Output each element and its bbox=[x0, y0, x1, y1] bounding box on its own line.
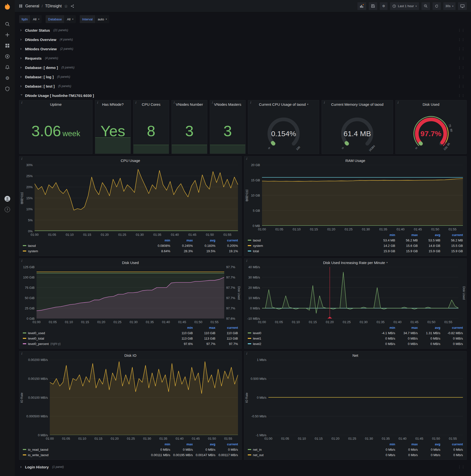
alerting-bell-icon[interactable] bbox=[0, 62, 15, 73]
panel-info-icon[interactable]: i bbox=[97, 101, 98, 104]
explore-compass-icon[interactable] bbox=[0, 51, 15, 62]
search-icon[interactable] bbox=[0, 19, 15, 30]
row-drag-handle[interactable]: ⋮⋮ bbox=[458, 47, 465, 51]
panel-title[interactable]: Current Memory Usage of taosd bbox=[322, 100, 392, 108]
server-admin-shield-icon[interactable] bbox=[0, 84, 15, 94]
variable-fqdn[interactable]: fqdn All▾ bbox=[19, 15, 42, 23]
row-requests[interactable]: ›Requests(4 panels)⋮⋮ bbox=[19, 53, 467, 63]
legend-series-taosd[interactable]: taosd bbox=[23, 244, 148, 248]
row-drag-handle[interactable]: ⋮⋮ bbox=[458, 56, 465, 60]
legend-column-avg[interactable]: avg bbox=[418, 233, 440, 237]
row-login-history[interactable]: ›Login History(1 panel)⋮⋮ bbox=[19, 462, 467, 472]
legend-column-min[interactable]: min bbox=[373, 442, 395, 446]
variable-interval[interactable]: Interval auto▾ bbox=[80, 15, 109, 23]
legend-column-avg[interactable]: avg bbox=[193, 442, 215, 446]
row-database-demo[interactable]: ›Database: [ demo ](5 panels)⋮⋮ bbox=[19, 63, 467, 72]
row-database-log[interactable]: ›Database: [ log ](5 panels)⋮⋮ bbox=[19, 72, 467, 82]
row-dnodes-overview[interactable]: ›DNodes Overview(4 panels)⋮⋮ bbox=[19, 35, 467, 44]
plot-area[interactable] bbox=[34, 165, 238, 231]
row-drag-handle[interactable]: ⋮⋮ bbox=[458, 84, 465, 88]
panel-info-icon[interactable]: i bbox=[246, 259, 247, 263]
legend-series-io_read_taosd[interactable]: io_read_taosd bbox=[23, 448, 148, 451]
panel-info-icon[interactable]: i bbox=[21, 157, 22, 160]
legend-column-max[interactable]: max bbox=[193, 326, 215, 329]
grafana-logo[interactable] bbox=[3, 2, 12, 12]
create-icon[interactable] bbox=[0, 30, 15, 40]
panel-title[interactable]: Has MNode? bbox=[95, 100, 131, 108]
legend-series-net_out[interactable]: net_out bbox=[248, 453, 373, 457]
panel-info-icon[interactable]: i bbox=[135, 101, 136, 104]
row-drag-handle[interactable]: ⋮⋮ bbox=[458, 75, 465, 79]
plot-area[interactable] bbox=[36, 267, 224, 319]
legend-column-max[interactable]: max bbox=[395, 326, 418, 329]
panel-title[interactable]: Uptime bbox=[19, 100, 92, 108]
row-drag-handle[interactable]: ⋮⋮ bbox=[458, 465, 465, 469]
legend-series-level0_percent[interactable]: level0_percent(right-y) bbox=[23, 342, 170, 346]
row-mnodes-overview[interactable]: ›MNodes Overview(2 panels)⋮⋮ bbox=[19, 44, 467, 53]
panel-title[interactable]: Disk Used bbox=[19, 259, 241, 267]
panel-title[interactable]: Disk Used bbox=[396, 100, 466, 108]
row-database-test[interactable]: ›Database: [ test ](5 panels)⋮⋮ bbox=[19, 82, 467, 91]
legend-series-level2[interactable]: level2 bbox=[248, 342, 373, 346]
variable-value-dropdown[interactable]: All▾ bbox=[30, 15, 42, 23]
share-icon[interactable] bbox=[70, 4, 74, 8]
save-dashboard-button[interactable] bbox=[369, 2, 378, 10]
breadcrumb-dashboard[interactable]: TDinsight bbox=[45, 4, 62, 8]
legend-series-net_in[interactable]: net_in bbox=[248, 448, 373, 451]
panel-title[interactable]: Current CPU Usage of taosd▾ bbox=[248, 100, 319, 108]
row-cluster-status[interactable]: ›Cluster Status(21 panels)⋮⋮ bbox=[19, 26, 467, 35]
legend-series-taosd[interactable]: taosd bbox=[248, 238, 373, 242]
plot-area[interactable] bbox=[268, 360, 463, 435]
breadcrumb-folder[interactable]: General bbox=[25, 4, 39, 8]
legend-column-current[interactable]: current bbox=[215, 238, 238, 242]
refresh-button[interactable] bbox=[432, 2, 441, 10]
legend-series-total[interactable]: total bbox=[248, 249, 373, 253]
variable-value-dropdown[interactable]: All▾ bbox=[64, 15, 76, 23]
legend-column-min[interactable]: min bbox=[373, 233, 395, 237]
legend-series-level1[interactable]: level1 bbox=[248, 337, 373, 340]
row-drag-handle[interactable]: ⋮⋮ bbox=[458, 37, 465, 41]
add-panel-button[interactable] bbox=[357, 2, 367, 10]
legend-column-avg[interactable]: avg bbox=[418, 326, 440, 329]
plot-area[interactable] bbox=[50, 360, 238, 435]
dashboards-icon[interactable] bbox=[0, 40, 15, 51]
panel-info-icon[interactable]: i bbox=[21, 352, 22, 355]
row-drag-handle[interactable]: ⋮⋮ bbox=[458, 66, 465, 69]
legend-series-io_write_taosd[interactable]: io_write_taosd bbox=[23, 453, 148, 457]
legend-column-min[interactable]: min bbox=[170, 326, 193, 329]
legend-column-current[interactable]: current bbox=[215, 326, 238, 329]
zoom-out-button[interactable] bbox=[421, 2, 430, 10]
legend-column-max[interactable]: max bbox=[170, 442, 193, 446]
panel-info-icon[interactable]: i bbox=[250, 101, 251, 104]
row-dnode-usage[interactable]: ›DNode Usage [ huolinhe-TM1701:6030 ]⋮⋮ bbox=[19, 91, 467, 100]
panel-title[interactable]: CPU Usage bbox=[19, 156, 241, 164]
help-icon[interactable]: ? bbox=[0, 204, 15, 215]
panel-info-icon[interactable]: i bbox=[324, 101, 324, 104]
legend-column-current[interactable]: current bbox=[215, 442, 238, 446]
panel-title[interactable]: VNodes Number bbox=[172, 100, 207, 108]
legend-column-min[interactable]: min bbox=[373, 326, 395, 329]
variable-value-dropdown[interactable]: auto▾ bbox=[95, 15, 109, 23]
panel-info-icon[interactable]: i bbox=[212, 101, 213, 104]
dashboard-settings-button[interactable]: ⚙ bbox=[380, 2, 388, 10]
panel-info-icon[interactable]: i bbox=[246, 352, 247, 355]
legend-column-min[interactable]: min bbox=[148, 238, 170, 242]
legend-series-level0_total[interactable]: level0_total bbox=[23, 337, 170, 340]
panel-title[interactable]: RAM Usage bbox=[244, 156, 466, 164]
panel-title[interactable]: Net bbox=[244, 351, 466, 359]
panel-info-icon[interactable]: i bbox=[173, 101, 174, 104]
panel-info-icon[interactable]: i bbox=[21, 101, 22, 104]
legend-series-system[interactable]: system bbox=[248, 244, 373, 248]
panel-title[interactable]: Disk IO bbox=[19, 351, 241, 359]
panel-info-icon[interactable]: i bbox=[21, 259, 22, 263]
tv-mode-button[interactable] bbox=[458, 2, 467, 10]
legend-column-current[interactable]: current bbox=[440, 233, 463, 237]
time-range-picker[interactable]: Last 1 hour ▾ bbox=[390, 2, 419, 10]
panel-title[interactable]: VNodes Masters bbox=[210, 100, 245, 108]
legend-column-max[interactable]: max bbox=[395, 233, 418, 237]
row-drag-handle[interactable]: ⋮⋮ bbox=[458, 28, 465, 32]
legend-column-min[interactable]: min bbox=[148, 442, 170, 446]
variable-database[interactable]: Database All▾ bbox=[46, 15, 76, 23]
legend-column-current[interactable]: current bbox=[440, 442, 463, 446]
legend-column-avg[interactable]: avg bbox=[193, 238, 215, 242]
